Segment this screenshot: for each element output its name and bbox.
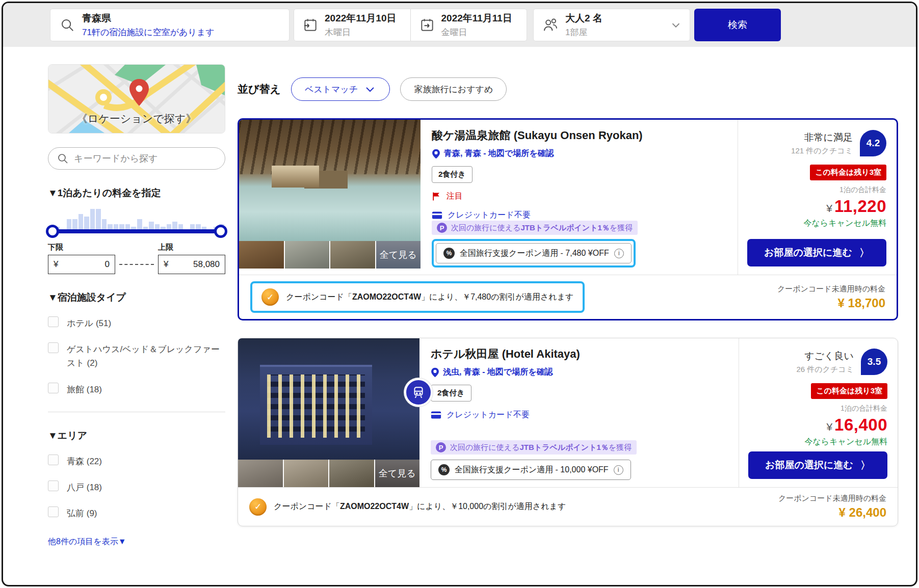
- coupon-highlight-outline: % 全国旅行支援クーポン適用 - 7,480 ¥OFF i: [432, 239, 636, 268]
- coupon-code-line: ✓ クーポンコード「ZAOMO22OCT4W」により、￥7,480の割引が適用さ…: [261, 288, 573, 306]
- search-icon: [60, 17, 75, 33]
- map-search-thumbnail[interactable]: 《ロケーションで探す》: [48, 64, 225, 133]
- guests-rooms: 1部屋: [565, 26, 663, 38]
- photo-thumbnail[interactable]: [239, 241, 285, 269]
- hotel-main-photo[interactable]: [238, 338, 419, 460]
- checkin-day: 木曜日: [325, 26, 397, 38]
- location-pin-icon: [431, 367, 439, 378]
- hotel-location-link[interactable]: 青森, 青森 - 地図で場所を確認: [432, 148, 726, 159]
- info-icon[interactable]: i: [614, 249, 624, 258]
- checkbox[interactable]: [48, 342, 59, 353]
- travel-support-coupon-badge[interactable]: % 全国旅行支援クーポン適用 - 7,480 ¥OFF i: [436, 243, 632, 263]
- hotel-location-link[interactable]: 浅虫, 青森 - 地図で場所を確認: [431, 367, 727, 378]
- meal-plan-badge: 2食付き: [431, 385, 471, 402]
- area-option-hachinohe[interactable]: 八戸 (18): [48, 480, 225, 494]
- review-count[interactable]: 121 件のクチコミ: [791, 146, 853, 156]
- checkbox[interactable]: [48, 506, 59, 517]
- guests-value: 大人2 名: [565, 12, 663, 25]
- destination-availability: 71軒の宿泊施設に空室があります: [82, 26, 215, 38]
- checkout-day: 金曜日: [441, 26, 512, 38]
- max-price-input[interactable]: [179, 259, 220, 270]
- sort-best-match-button[interactable]: ベストマッチ: [291, 77, 390, 101]
- slider-handle-max[interactable]: [214, 225, 227, 238]
- photo-thumbnail[interactable]: 全て見る: [375, 460, 420, 487]
- chevron-down-icon: [669, 18, 682, 32]
- checkin-field[interactable]: 2022年11月10日 木曜日: [294, 9, 410, 41]
- area-option-aomori[interactable]: 青森 (22): [48, 455, 225, 468]
- view-all-photos-button[interactable]: 全て見る: [375, 460, 420, 487]
- info-icon[interactable]: i: [614, 465, 623, 475]
- price-histogram: [48, 207, 225, 229]
- destination-value: 青森県: [82, 12, 215, 25]
- coupon-coin-icon: ✓: [249, 498, 267, 516]
- photo-thumbnail[interactable]: 全て見る: [376, 241, 421, 269]
- photo-thumbnail[interactable]: [285, 241, 331, 269]
- arrow-right-icon: 〉: [860, 459, 871, 472]
- keyword-search-box[interactable]: [48, 147, 225, 170]
- search-button[interactable]: 検索: [694, 9, 781, 41]
- min-price-label: 下限: [48, 243, 115, 252]
- coupon-code-line: ✓ クーポンコード「ZAOMO22OCT4W」により、￥10,000の割引が適用…: [249, 498, 566, 516]
- keyword-search-input[interactable]: [74, 153, 217, 164]
- point-icon: P: [436, 442, 446, 452]
- hotel-photo-gallery[interactable]: 全て見る: [239, 120, 421, 275]
- chevron-down-icon: [364, 83, 376, 95]
- page: 青森県 71軒の宿泊施設に空室があります 2022年11月10日 木曜日 2: [2, 2, 917, 586]
- max-price-field[interactable]: ¥: [158, 255, 225, 274]
- hotel-card-sukayu: 全て見る 酸ケ湯温泉旅館 (Sukayu Onsen Ryokan) 青森, 青…: [238, 118, 898, 320]
- destination-field[interactable]: 青森県 71軒の宿泊施設に空室があります: [50, 9, 290, 41]
- sort-family-button[interactable]: 家族旅行におすすめ: [400, 77, 507, 101]
- min-price-field[interactable]: ¥: [48, 255, 115, 274]
- photo-thumbnail[interactable]: [238, 460, 284, 487]
- hotel-name[interactable]: 酸ケ湯温泉旅館 (Sukayu Onsen Ryokan): [432, 128, 726, 143]
- hotel-photo-gallery[interactable]: 全て見る: [238, 338, 419, 487]
- price-range-slider[interactable]: [48, 229, 225, 233]
- percent-badge-icon: %: [443, 248, 455, 259]
- coupon-coin-icon: ✓: [261, 288, 279, 306]
- review-count[interactable]: 26 件のクチコミ: [796, 365, 854, 375]
- hotel-name[interactable]: ホテル秋田屋 (Hotel Akitaya): [431, 346, 727, 362]
- checkin-calendar-icon: [302, 17, 319, 33]
- checkout-field[interactable]: 2022年11月11日 金曜日: [410, 9, 527, 41]
- area-option-hirosaki[interactable]: 弘前 (9): [48, 506, 225, 520]
- travel-support-coupon-badge[interactable]: % 全国旅行支援クーポン適用 - 10,000 ¥OFF i: [431, 460, 631, 480]
- point-icon: P: [437, 223, 447, 233]
- rating-word: 非常に満足: [791, 131, 853, 144]
- checkout-calendar-icon: [419, 17, 435, 33]
- divider: [48, 412, 225, 412]
- type-option-ryokan[interactable]: 旅館 (18): [48, 383, 225, 396]
- price-range-connector: [119, 264, 154, 265]
- checkbox[interactable]: [48, 480, 59, 491]
- checkin-date: 2022年11月10日: [325, 12, 397, 25]
- photo-thumbnail[interactable]: [329, 460, 375, 487]
- type-option-guesthouse[interactable]: ゲストハウス/ベッド＆ブレックファースト (2): [48, 342, 225, 370]
- sort-label: 並び替え: [238, 82, 281, 96]
- select-room-button[interactable]: お部屋の選択に進む〉: [748, 451, 887, 479]
- no-credit-card-line: クレジットカード不要: [431, 410, 727, 420]
- guests-field[interactable]: 大人2 名 1部屋: [533, 9, 690, 41]
- photo-thumbnail[interactable]: [284, 460, 330, 487]
- type-option-hotel[interactable]: ホテル (51): [48, 316, 225, 330]
- featured-flag-line: 注目: [432, 191, 726, 202]
- select-room-button[interactable]: お部屋の選択に進む〉: [747, 239, 886, 266]
- view-all-photos-button[interactable]: 全て見る: [376, 241, 421, 269]
- rooms-left-badge: この料金は残り3室: [811, 383, 887, 399]
- price-row: ¥11,220: [747, 197, 886, 216]
- price-filter-title: ▼1泊あたりの料金を指定: [48, 186, 225, 200]
- show-more-filters-link[interactable]: 他8件の項目を表示▼: [48, 537, 126, 547]
- guests-icon: [542, 16, 559, 34]
- arrow-right-icon: 〉: [859, 246, 870, 260]
- flag-icon: [432, 192, 441, 201]
- min-price-input[interactable]: [69, 259, 110, 270]
- checkbox[interactable]: [48, 316, 59, 327]
- max-price-label: 上限: [158, 243, 225, 252]
- original-price-value: ¥ 26,400: [778, 505, 886, 520]
- results-list: 並び替え ベストマッチ 家族旅行におすすめ 全て見る: [238, 77, 898, 526]
- rooms-left-badge: この料金は残り3室: [810, 165, 886, 180]
- photo-thumbnail[interactable]: [330, 241, 376, 269]
- hotel-main-photo[interactable]: [239, 120, 421, 241]
- checkbox[interactable]: [48, 383, 59, 393]
- checkbox[interactable]: [48, 455, 59, 465]
- total-price-label: 1泊の合計料金: [747, 185, 886, 195]
- slider-handle-min[interactable]: [46, 225, 59, 238]
